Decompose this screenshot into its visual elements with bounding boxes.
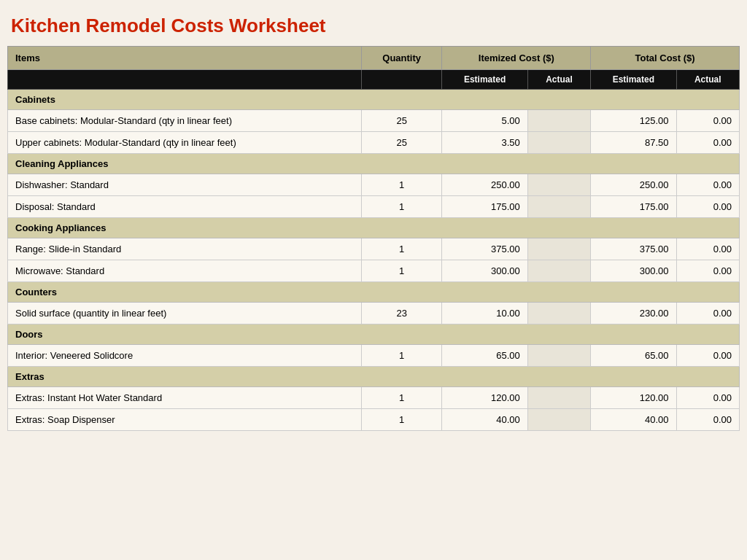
category-row: Cleaning Appliances bbox=[8, 154, 740, 174]
col-items-header: Items bbox=[8, 47, 362, 70]
header-actual-total: Actual bbox=[676, 70, 739, 90]
item-total-actual: 0.00 bbox=[676, 110, 739, 132]
table-row: Upper cabinets: Modular-Standard (qty in… bbox=[8, 132, 740, 154]
item-actual bbox=[527, 132, 590, 154]
header-estimated-total: Estimated bbox=[591, 70, 676, 90]
item-quantity: 1 bbox=[361, 174, 441, 196]
item-estimated: 175.00 bbox=[442, 196, 527, 218]
item-name: Upper cabinets: Modular-Standard (qty in… bbox=[8, 132, 362, 154]
table-row: Extras: Instant Hot Water Standard 1 120… bbox=[8, 387, 740, 409]
item-total-actual: 0.00 bbox=[676, 132, 739, 154]
item-quantity: 25 bbox=[361, 132, 441, 154]
cost-worksheet-table: Items Quantity Itemized Cost ($) Total C… bbox=[7, 46, 740, 431]
table-row: Range: Slide-in Standard 1 375.00 375.00… bbox=[8, 238, 740, 260]
item-total-estimated: 87.50 bbox=[591, 132, 676, 154]
item-name: Base cabinets: Modular-Standard (qty in … bbox=[8, 110, 362, 132]
header-actual-itemized: Actual bbox=[527, 70, 590, 90]
item-total-actual: 0.00 bbox=[676, 238, 739, 260]
item-estimated: 40.00 bbox=[442, 409, 527, 431]
item-name: Range: Slide-in Standard bbox=[8, 238, 362, 260]
table-row: Extras: Soap Dispenser 1 40.00 40.00 0.0… bbox=[8, 409, 740, 431]
item-total-estimated: 250.00 bbox=[591, 174, 676, 196]
item-quantity: 25 bbox=[361, 110, 441, 132]
header-blank-items bbox=[8, 70, 362, 90]
header-row-1: Items Quantity Itemized Cost ($) Total C… bbox=[8, 47, 740, 70]
table-row: Base cabinets: Modular-Standard (qty in … bbox=[8, 110, 740, 132]
item-name: Disposal: Standard bbox=[8, 196, 362, 218]
item-total-estimated: 65.00 bbox=[591, 345, 676, 367]
item-quantity: 1 bbox=[361, 238, 441, 260]
item-name: Microwave: Standard bbox=[8, 260, 362, 282]
item-actual bbox=[527, 196, 590, 218]
item-total-estimated: 375.00 bbox=[591, 238, 676, 260]
category-row: Extras bbox=[8, 367, 740, 387]
item-name: Solid surface (quantity in linear feet) bbox=[8, 303, 362, 324]
item-total-actual: 0.00 bbox=[676, 303, 739, 324]
item-estimated: 5.00 bbox=[442, 110, 527, 132]
table-row: Solid surface (quantity in linear feet) … bbox=[8, 303, 740, 324]
category-row: Cabinets bbox=[8, 90, 740, 110]
category-row: Doors bbox=[8, 324, 740, 345]
item-estimated: 375.00 bbox=[442, 238, 527, 260]
item-quantity: 1 bbox=[361, 387, 441, 409]
category-row: Cooking Appliances bbox=[8, 218, 740, 238]
header-row-2: Estimated Actual Estimated Actual bbox=[8, 70, 740, 90]
category-label: Counters bbox=[8, 282, 740, 303]
item-actual bbox=[527, 345, 590, 367]
category-label: Cleaning Appliances bbox=[8, 154, 740, 174]
category-label: Cooking Appliances bbox=[8, 218, 740, 238]
item-quantity: 1 bbox=[361, 345, 441, 367]
item-estimated: 250.00 bbox=[442, 174, 527, 196]
item-actual bbox=[527, 409, 590, 431]
item-quantity: 1 bbox=[361, 409, 441, 431]
category-row: Counters bbox=[8, 282, 740, 303]
header-estimated-itemized: Estimated bbox=[442, 70, 527, 90]
item-name: Extras: Instant Hot Water Standard bbox=[8, 387, 362, 409]
item-total-estimated: 230.00 bbox=[591, 303, 676, 324]
item-total-actual: 0.00 bbox=[676, 196, 739, 218]
item-name: Extras: Soap Dispenser bbox=[8, 409, 362, 431]
item-total-actual: 0.00 bbox=[676, 387, 739, 409]
item-total-estimated: 40.00 bbox=[591, 409, 676, 431]
col-quantity-header: Quantity bbox=[361, 47, 441, 70]
item-actual bbox=[527, 303, 590, 324]
item-total-estimated: 125.00 bbox=[591, 110, 676, 132]
item-total-estimated: 175.00 bbox=[591, 196, 676, 218]
item-name: Interior: Veneered Solidcore bbox=[8, 345, 362, 367]
table-row: Dishwasher: Standard 1 250.00 250.00 0.0… bbox=[8, 174, 740, 196]
item-total-estimated: 120.00 bbox=[591, 387, 676, 409]
item-actual bbox=[527, 110, 590, 132]
category-label: Extras bbox=[8, 367, 740, 387]
item-estimated: 3.50 bbox=[442, 132, 527, 154]
item-name: Dishwasher: Standard bbox=[8, 174, 362, 196]
item-actual bbox=[527, 238, 590, 260]
table-row: Microwave: Standard 1 300.00 300.00 0.00 bbox=[8, 260, 740, 282]
item-total-actual: 0.00 bbox=[676, 345, 739, 367]
item-quantity: 1 bbox=[361, 196, 441, 218]
item-total-actual: 0.00 bbox=[676, 409, 739, 431]
item-estimated: 120.00 bbox=[442, 387, 527, 409]
item-estimated: 300.00 bbox=[442, 260, 527, 282]
item-estimated: 10.00 bbox=[442, 303, 527, 324]
item-actual bbox=[527, 260, 590, 282]
item-total-estimated: 300.00 bbox=[591, 260, 676, 282]
category-label: Doors bbox=[8, 324, 740, 345]
item-quantity: 1 bbox=[361, 260, 441, 282]
item-total-actual: 0.00 bbox=[676, 260, 739, 282]
item-estimated: 65.00 bbox=[442, 345, 527, 367]
item-total-actual: 0.00 bbox=[676, 174, 739, 196]
col-total-cost-header: Total Cost ($) bbox=[591, 47, 740, 70]
header-blank-qty bbox=[361, 70, 441, 90]
col-itemized-cost-header: Itemized Cost ($) bbox=[442, 47, 591, 70]
category-label: Cabinets bbox=[8, 90, 740, 110]
item-actual bbox=[527, 174, 590, 196]
item-actual bbox=[527, 387, 590, 409]
page-title: Kitchen Remodel Costs Worksheet bbox=[7, 7, 740, 46]
item-quantity: 23 bbox=[361, 303, 441, 324]
table-row: Disposal: Standard 1 175.00 175.00 0.00 bbox=[8, 196, 740, 218]
table-row: Interior: Veneered Solidcore 1 65.00 65.… bbox=[8, 345, 740, 367]
